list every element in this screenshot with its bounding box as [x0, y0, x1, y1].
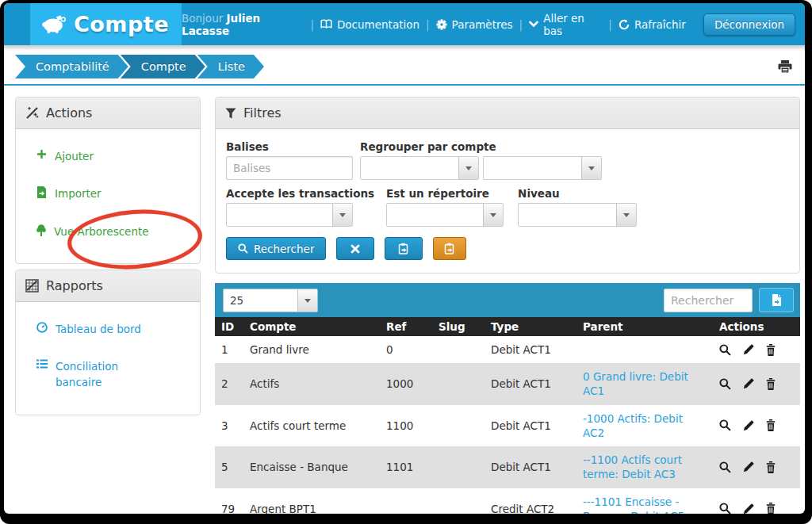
col-slug[interactable]: Slug — [432, 317, 485, 336]
view-icon[interactable] — [719, 378, 731, 390]
cell-ref: 0 — [380, 336, 432, 363]
nav-aller-en-bas[interactable]: Aller en bas — [529, 12, 602, 37]
edit-icon[interactable] — [743, 503, 754, 514]
cell-type: Debit ACT1 — [485, 446, 576, 488]
parent-link[interactable]: --1100 Actifs court terme: Debit AC3 — [583, 453, 682, 480]
cell-id: 1 — [215, 336, 243, 363]
balises-input[interactable] — [226, 156, 353, 180]
cell-parent — [576, 336, 713, 363]
refresh-icon — [619, 19, 630, 30]
col-ref[interactable]: Ref — [380, 317, 432, 336]
filters-panel-header: Filtres — [216, 98, 799, 129]
clipboard-icon — [398, 243, 409, 254]
reports-panel-header: Rapports — [16, 270, 200, 302]
edit-icon[interactable] — [743, 378, 754, 389]
copy-filter-button[interactable] — [385, 237, 423, 260]
delete-icon[interactable] — [766, 503, 776, 514]
view-icon[interactable] — [719, 419, 731, 431]
nav-rafraichir[interactable]: Rafraîchir — [619, 18, 686, 31]
accepte-label: Accepte les transactions — [226, 187, 374, 200]
table-row: 3 Actifs court terme 1100 Debit ACT1 -10… — [215, 405, 800, 446]
filter-buttons: Rechercher — [226, 237, 788, 260]
nav-separator: | — [608, 18, 612, 31]
nav-documentation[interactable]: Documentation — [320, 18, 419, 31]
clipboard-icon — [444, 243, 455, 254]
reports-panel: Rapports Tableau de bord — [15, 270, 201, 415]
print-icon[interactable] — [778, 60, 792, 74]
edit-icon[interactable] — [743, 461, 754, 472]
parent-link[interactable]: -1000 Actifs: Debit AC2 — [583, 412, 683, 439]
breadcrumb-comptabilite[interactable]: Comptabilité — [15, 55, 128, 78]
caret-down-icon — [616, 204, 636, 226]
report-tableau-de-bord[interactable]: Tableau de bord — [36, 321, 167, 337]
col-parent[interactable]: Parent — [576, 317, 713, 336]
nav-separator: | — [519, 18, 523, 31]
view-icon[interactable] — [719, 461, 731, 473]
cell-type: Debit ACT1 — [485, 336, 576, 363]
cell-id: 2 — [215, 363, 243, 404]
parent-link[interactable]: 0 Grand livre: Debit AC1 — [583, 370, 688, 397]
top-nav: Bonjour Julien Lacasse | Documentation | — [182, 12, 805, 37]
edit-icon[interactable] — [743, 344, 754, 355]
dashboard-icon — [36, 322, 48, 333]
view-icon[interactable] — [719, 503, 731, 514]
paste-filter-button[interactable] — [433, 237, 466, 260]
niveau-select[interactable] — [518, 203, 637, 227]
action-importer[interactable]: Importer — [36, 186, 167, 201]
reports-panel-title: Rapports — [46, 278, 103, 293]
logout-button[interactable]: Déconnexion — [703, 13, 795, 36]
cell-ref: 1000 — [380, 363, 432, 404]
search-button[interactable]: Rechercher — [226, 237, 326, 260]
x-icon — [350, 244, 360, 254]
action-vue-arborescente[interactable]: Vue Arborescente — [36, 224, 167, 239]
page-size-select[interactable]: 25 — [223, 289, 318, 312]
export-button[interactable] — [759, 288, 794, 312]
regrouper-select-2[interactable] — [483, 156, 602, 180]
sidebar: Actions Ajouter — [15, 97, 201, 415]
balises-label: Balises — [226, 140, 353, 153]
nav-separator: | — [310, 18, 314, 31]
col-id[interactable]: ID — [215, 317, 243, 336]
caret-down-icon — [581, 157, 601, 179]
caret-down-icon — [297, 289, 317, 312]
cell-id: 79 — [215, 488, 243, 514]
nav-parametres[interactable]: Paramètres — [436, 18, 513, 31]
delete-icon[interactable] — [766, 344, 776, 356]
nav-separator: | — [426, 18, 430, 31]
row-actions — [719, 344, 794, 356]
search-icon — [238, 243, 248, 254]
breadcrumb-liste[interactable]: Liste — [197, 55, 264, 78]
delete-icon[interactable] — [766, 461, 776, 473]
repertoire-label: Est un répertoire — [386, 187, 504, 200]
delete-icon[interactable] — [766, 419, 776, 431]
table-search-input[interactable] — [664, 289, 753, 312]
view-icon[interactable] — [719, 344, 731, 356]
report-conciliation-bancaire[interactable]: Conciliation bancaire — [36, 358, 167, 391]
app-window: Compte Bonjour Julien Lacasse | Document… — [4, 3, 805, 514]
app-logo[interactable]: Compte — [30, 3, 182, 45]
parent-link[interactable]: ---1101 Encaisse - Banque: Debit AC5 — [583, 495, 684, 514]
repertoire-select[interactable] — [386, 203, 504, 227]
app-title: Compte — [74, 12, 169, 36]
regrouper-select-1[interactable] — [360, 156, 479, 180]
plus-icon — [36, 149, 47, 159]
col-compte[interactable]: Compte — [243, 317, 380, 336]
screenshot-frame: Compte Bonjour Julien Lacasse | Document… — [0, 0, 812, 524]
accepte-select[interactable] — [226, 203, 353, 227]
content: Actions Ajouter — [4, 86, 805, 514]
chevron-down-icon — [529, 21, 538, 28]
delete-icon[interactable] — [766, 378, 776, 390]
table-row: 5 Encaisse - Banque 1101 Debit ACT1 --11… — [215, 446, 800, 488]
header-shadow — [4, 45, 805, 51]
cell-ref: 1101 — [380, 446, 432, 488]
clear-filters-button[interactable] — [336, 237, 374, 260]
breadcrumb-compte[interactable]: Compte — [121, 55, 205, 78]
col-type[interactable]: Type — [485, 317, 576, 336]
file-export-icon — [772, 294, 782, 306]
app-header: Compte Bonjour Julien Lacasse | Document… — [4, 3, 805, 45]
row-actions — [719, 378, 794, 390]
edit-icon[interactable] — [743, 420, 754, 431]
action-ajouter[interactable]: Ajouter — [36, 148, 167, 164]
cell-type: Debit ACT1 — [485, 363, 576, 404]
cell-type: Debit ACT1 — [485, 405, 576, 446]
